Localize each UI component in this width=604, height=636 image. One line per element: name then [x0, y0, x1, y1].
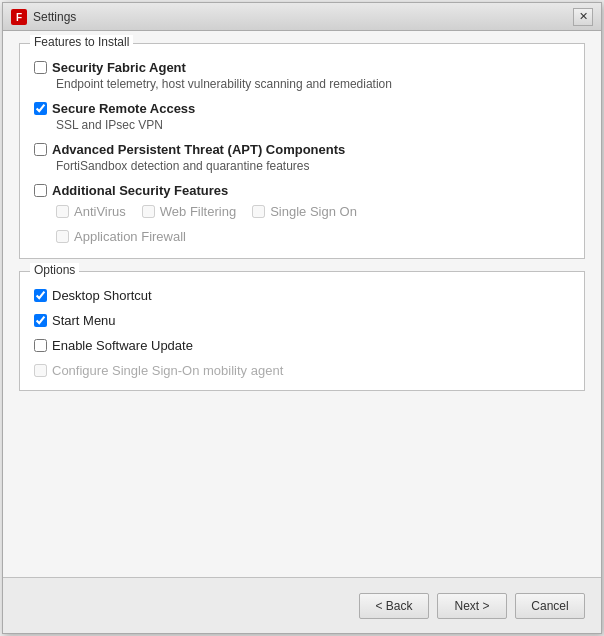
apt-row: Advanced Persistent Threat (APT) Compone… [34, 142, 570, 157]
antivirus-checkbox[interactable] [56, 205, 69, 218]
configure-sso-checkbox[interactable] [34, 364, 47, 377]
security-fabric-desc: Endpoint telemetry, host vulnerability s… [34, 77, 570, 91]
desktop-shortcut-label: Desktop Shortcut [52, 288, 152, 303]
back-button[interactable]: < Back [359, 593, 429, 619]
main-content: Features to Install Security Fabric Agen… [3, 31, 601, 577]
configure-sso-label: Configure Single Sign-On mobility agent [52, 363, 283, 378]
features-section-label: Features to Install [30, 35, 133, 49]
app-firewall-label: Application Firewall [74, 229, 186, 244]
settings-window: F Settings ✕ Features to Install Securit… [2, 2, 602, 634]
web-filtering-label: Web Filtering [160, 204, 236, 219]
secure-remote-label: Secure Remote Access [52, 101, 195, 116]
option-start-menu: Start Menu [34, 313, 570, 328]
window-title: Settings [33, 10, 573, 24]
desktop-shortcut-row: Desktop Shortcut [34, 288, 570, 303]
options-section: Options Desktop Shortcut Start Menu [19, 271, 585, 391]
features-list: Security Fabric Agent Endpoint telemetry… [34, 54, 570, 248]
antivirus-label: AntiVirus [74, 204, 126, 219]
apt-checkbox[interactable] [34, 143, 47, 156]
apt-desc: FortiSandbox detection and quarantine fe… [34, 159, 570, 173]
software-update-row: Enable Software Update [34, 338, 570, 353]
single-sign-on-checkbox[interactable] [252, 205, 265, 218]
web-filtering-checkbox[interactable] [142, 205, 155, 218]
svg-text:F: F [16, 12, 22, 23]
app-firewall-checkbox[interactable] [56, 230, 69, 243]
options-list: Desktop Shortcut Start Menu Enable Softw… [34, 282, 570, 378]
option-configure-sso: Configure Single Sign-On mobility agent [34, 363, 570, 378]
secure-remote-checkbox[interactable] [34, 102, 47, 115]
security-fabric-checkbox[interactable] [34, 61, 47, 74]
software-update-label: Enable Software Update [52, 338, 193, 353]
security-fabric-label: Security Fabric Agent [52, 60, 186, 75]
additional-security-label: Additional Security Features [52, 183, 228, 198]
antivirus-row: AntiVirus [56, 204, 126, 219]
desktop-shortcut-checkbox[interactable] [34, 289, 47, 302]
app-icon: F [11, 9, 27, 25]
option-software-update: Enable Software Update [34, 338, 570, 353]
secure-remote-row: Secure Remote Access [34, 101, 570, 116]
single-sign-on-row: Single Sign On [252, 204, 357, 219]
start-menu-checkbox[interactable] [34, 314, 47, 327]
additional-security-checkbox[interactable] [34, 184, 47, 197]
additional-security-row: Additional Security Features [34, 183, 570, 198]
close-button[interactable]: ✕ [573, 8, 593, 26]
title-bar: F Settings ✕ [3, 3, 601, 31]
cancel-button[interactable]: Cancel [515, 593, 585, 619]
start-menu-row: Start Menu [34, 313, 570, 328]
app-firewall-row: Application Firewall [56, 229, 186, 244]
feature-additional-security: Additional Security Features AntiVirus W… [34, 183, 570, 248]
feature-apt: Advanced Persistent Threat (APT) Compone… [34, 142, 570, 173]
configure-sso-row: Configure Single Sign-On mobility agent [34, 363, 570, 378]
secure-remote-desc: SSL and IPsec VPN [34, 118, 570, 132]
web-filtering-row: Web Filtering [142, 204, 236, 219]
start-menu-label: Start Menu [52, 313, 116, 328]
security-fabric-row: Security Fabric Agent [34, 60, 570, 75]
sub-options-row1: AntiVirus Web Filtering Single Sign On [34, 204, 570, 223]
feature-security-fabric: Security Fabric Agent Endpoint telemetry… [34, 60, 570, 91]
sub-options-row2: Application Firewall [34, 229, 570, 248]
apt-label: Advanced Persistent Threat (APT) Compone… [52, 142, 345, 157]
features-section: Features to Install Security Fabric Agen… [19, 43, 585, 259]
software-update-checkbox[interactable] [34, 339, 47, 352]
single-sign-on-label: Single Sign On [270, 204, 357, 219]
footer: < Back Next > Cancel [3, 577, 601, 633]
next-button[interactable]: Next > [437, 593, 507, 619]
options-section-label: Options [30, 263, 79, 277]
option-desktop-shortcut: Desktop Shortcut [34, 288, 570, 303]
feature-secure-remote: Secure Remote Access SSL and IPsec VPN [34, 101, 570, 132]
